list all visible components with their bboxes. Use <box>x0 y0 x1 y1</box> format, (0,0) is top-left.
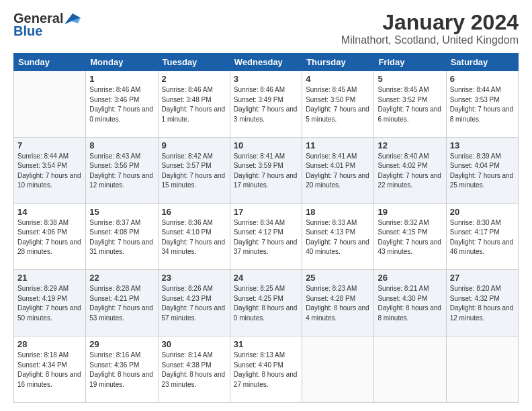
day-number: 7 <box>17 140 82 150</box>
day-info: Sunrise: 8:46 AMSunset: 3:46 PMDaylight:… <box>89 85 154 124</box>
header-friday: Friday <box>374 54 446 71</box>
day-info: Sunrise: 8:46 AMSunset: 3:48 PMDaylight:… <box>162 85 226 124</box>
table-row: 23Sunrise: 8:26 AMSunset: 4:23 PMDayligh… <box>158 270 230 336</box>
table-row: 26Sunrise: 8:21 AMSunset: 4:30 PMDayligh… <box>374 270 446 336</box>
day-number: 20 <box>450 207 515 217</box>
day-info: Sunrise: 8:29 AMSunset: 4:19 PMDaylight:… <box>17 284 82 323</box>
table-row: 1Sunrise: 8:46 AMSunset: 3:46 PMDaylight… <box>86 71 158 138</box>
day-number: 24 <box>234 273 298 283</box>
day-number: 21 <box>17 273 82 283</box>
day-info: Sunrise: 8:41 AMSunset: 4:01 PMDaylight:… <box>306 152 370 191</box>
day-info: Sunrise: 8:40 AMSunset: 4:02 PMDaylight:… <box>378 152 442 191</box>
day-number: 31 <box>234 339 298 349</box>
table-row: 27Sunrise: 8:20 AMSunset: 4:32 PMDayligh… <box>446 270 518 336</box>
day-info: Sunrise: 8:13 AMSunset: 4:40 PMDaylight:… <box>234 351 298 390</box>
title-block: January 2024 Milnathort, Scotland, Unite… <box>341 11 519 46</box>
table-row: 25Sunrise: 8:23 AMSunset: 4:28 PMDayligh… <box>302 270 374 336</box>
table-row: 24Sunrise: 8:25 AMSunset: 4:25 PMDayligh… <box>230 270 302 336</box>
day-number: 4 <box>306 74 370 84</box>
table-row: 30Sunrise: 8:14 AMSunset: 4:38 PMDayligh… <box>158 336 230 403</box>
day-number: 5 <box>378 74 442 84</box>
day-number: 15 <box>89 207 154 217</box>
table-row: 4Sunrise: 8:45 AMSunset: 3:50 PMDaylight… <box>302 71 374 138</box>
day-info: Sunrise: 8:25 AMSunset: 4:25 PMDaylight:… <box>234 284 298 323</box>
day-info: Sunrise: 8:28 AMSunset: 4:21 PMDaylight:… <box>89 284 154 323</box>
table-row: 8Sunrise: 8:43 AMSunset: 3:56 PMDaylight… <box>86 137 158 203</box>
calendar-table: Sunday Monday Tuesday Wednesday Thursday… <box>13 53 519 403</box>
table-row: 13Sunrise: 8:39 AMSunset: 4:04 PMDayligh… <box>446 137 518 203</box>
table-row: 22Sunrise: 8:28 AMSunset: 4:21 PMDayligh… <box>86 270 158 336</box>
table-row: 12Sunrise: 8:40 AMSunset: 4:02 PMDayligh… <box>374 137 446 203</box>
day-info: Sunrise: 8:34 AMSunset: 4:12 PMDaylight:… <box>234 218 298 257</box>
day-info: Sunrise: 8:33 AMSunset: 4:13 PMDaylight:… <box>306 218 370 257</box>
calendar-week-row: 28Sunrise: 8:18 AMSunset: 4:34 PMDayligh… <box>14 336 519 403</box>
day-number: 2 <box>162 74 226 84</box>
day-number: 28 <box>17 339 82 349</box>
day-number: 17 <box>234 207 298 217</box>
header: General Blue January 2024 Milnathort, Sc… <box>13 11 519 46</box>
day-number: 3 <box>234 74 298 84</box>
table-row: 18Sunrise: 8:33 AMSunset: 4:13 PMDayligh… <box>302 203 374 270</box>
table-row: 31Sunrise: 8:13 AMSunset: 4:40 PMDayligh… <box>230 336 302 403</box>
month-title: January 2024 <box>341 11 519 34</box>
day-info: Sunrise: 8:39 AMSunset: 4:04 PMDaylight:… <box>450 152 515 191</box>
day-number: 1 <box>89 74 154 84</box>
day-number: 11 <box>306 140 370 150</box>
table-row: 5Sunrise: 8:45 AMSunset: 3:52 PMDaylight… <box>374 71 446 138</box>
day-info: Sunrise: 8:45 AMSunset: 3:52 PMDaylight:… <box>378 85 442 124</box>
header-tuesday: Tuesday <box>158 54 230 71</box>
calendar-week-row: 7Sunrise: 8:44 AMSunset: 3:54 PMDaylight… <box>14 137 519 203</box>
day-number: 13 <box>450 140 515 150</box>
day-info: Sunrise: 8:14 AMSunset: 4:38 PMDaylight:… <box>162 351 226 390</box>
table-row: 17Sunrise: 8:34 AMSunset: 4:12 PMDayligh… <box>230 203 302 270</box>
day-number: 25 <box>306 273 370 283</box>
logo-blue: Blue <box>13 24 42 39</box>
day-number: 29 <box>89 339 154 349</box>
table-row: 14Sunrise: 8:38 AMSunset: 4:06 PMDayligh… <box>14 203 86 270</box>
calendar-week-row: 1Sunrise: 8:46 AMSunset: 3:46 PMDaylight… <box>14 71 519 138</box>
day-number: 30 <box>162 339 226 349</box>
table-row: 19Sunrise: 8:32 AMSunset: 4:15 PMDayligh… <box>374 203 446 270</box>
day-number: 10 <box>234 140 298 150</box>
day-number: 16 <box>162 207 226 217</box>
table-row: 7Sunrise: 8:44 AMSunset: 3:54 PMDaylight… <box>14 137 86 203</box>
logo: General Blue <box>13 11 81 39</box>
day-info: Sunrise: 8:45 AMSunset: 3:50 PMDaylight:… <box>306 85 370 124</box>
day-info: Sunrise: 8:20 AMSunset: 4:32 PMDaylight:… <box>450 284 515 323</box>
table-row: 20Sunrise: 8:30 AMSunset: 4:17 PMDayligh… <box>446 203 518 270</box>
day-number: 26 <box>378 273 442 283</box>
day-number: 27 <box>450 273 515 283</box>
header-sunday: Sunday <box>14 54 86 71</box>
calendar-week-row: 14Sunrise: 8:38 AMSunset: 4:06 PMDayligh… <box>14 203 519 270</box>
day-number: 14 <box>17 207 82 217</box>
header-thursday: Thursday <box>302 54 374 71</box>
table-row: 29Sunrise: 8:16 AMSunset: 4:36 PMDayligh… <box>86 336 158 403</box>
day-info: Sunrise: 8:21 AMSunset: 4:30 PMDaylight:… <box>378 284 442 323</box>
day-info: Sunrise: 8:37 AMSunset: 4:08 PMDaylight:… <box>89 218 154 257</box>
table-row: 15Sunrise: 8:37 AMSunset: 4:08 PMDayligh… <box>86 203 158 270</box>
table-row <box>14 71 86 138</box>
day-number: 6 <box>450 74 515 84</box>
day-info: Sunrise: 8:46 AMSunset: 3:49 PMDaylight:… <box>234 85 298 124</box>
day-info: Sunrise: 8:43 AMSunset: 3:56 PMDaylight:… <box>89 152 154 191</box>
page: General Blue January 2024 Milnathort, Sc… <box>0 0 532 411</box>
header-wednesday: Wednesday <box>230 54 302 71</box>
table-row: 28Sunrise: 8:18 AMSunset: 4:34 PMDayligh… <box>14 336 86 403</box>
day-info: Sunrise: 8:32 AMSunset: 4:15 PMDaylight:… <box>378 218 442 257</box>
day-number: 8 <box>89 140 154 150</box>
day-info: Sunrise: 8:36 AMSunset: 4:10 PMDaylight:… <box>162 218 226 257</box>
day-info: Sunrise: 8:41 AMSunset: 3:59 PMDaylight:… <box>234 152 298 191</box>
table-row <box>446 336 518 403</box>
table-row <box>302 336 374 403</box>
day-number: 18 <box>306 207 370 217</box>
table-row: 9Sunrise: 8:42 AMSunset: 3:57 PMDaylight… <box>158 137 230 203</box>
day-info: Sunrise: 8:23 AMSunset: 4:28 PMDaylight:… <box>306 284 370 323</box>
header-saturday: Saturday <box>446 54 518 71</box>
day-number: 19 <box>378 207 442 217</box>
day-number: 22 <box>89 273 154 283</box>
table-row: 21Sunrise: 8:29 AMSunset: 4:19 PMDayligh… <box>14 270 86 336</box>
day-info: Sunrise: 8:18 AMSunset: 4:34 PMDaylight:… <box>17 351 82 390</box>
day-info: Sunrise: 8:42 AMSunset: 3:57 PMDaylight:… <box>162 152 226 191</box>
table-row: 10Sunrise: 8:41 AMSunset: 3:59 PMDayligh… <box>230 137 302 203</box>
day-number: 12 <box>378 140 442 150</box>
